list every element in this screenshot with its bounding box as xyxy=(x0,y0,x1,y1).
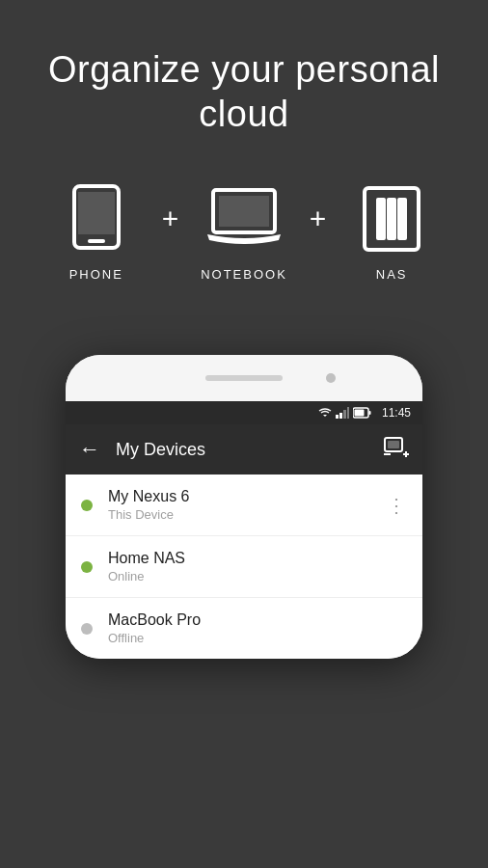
svg-rect-12 xyxy=(343,410,346,419)
nas-device-icon xyxy=(361,184,422,254)
plus-sign-1: + xyxy=(162,203,179,264)
device-status-macbook: Offline xyxy=(108,631,407,645)
signal-icon xyxy=(336,407,349,419)
device-info-nas: Home NAS Online xyxy=(108,550,407,583)
add-device-button[interactable] xyxy=(384,437,409,463)
device-info-macbook: MacBook Pro Offline xyxy=(108,611,407,645)
device-info-nexus6: My Nexus 6 This Device xyxy=(108,488,387,522)
device-status-nas: Online xyxy=(108,569,407,583)
app-bar: ← My Devices xyxy=(66,424,422,475)
device-list: My Nexus 6 This Device ⋮ Home NAS Online… xyxy=(66,475,422,659)
svg-rect-13 xyxy=(347,407,349,419)
phone-speaker xyxy=(205,375,283,381)
notebook-icon-item: NOTEBOOK xyxy=(186,184,302,282)
add-device-icon xyxy=(384,437,409,458)
device-item-nas[interactable]: Home NAS Online xyxy=(66,536,422,598)
svg-rect-15 xyxy=(368,411,370,415)
status-dot-nexus6 xyxy=(81,500,93,511)
wifi-icon xyxy=(318,407,332,419)
more-options-nexus6[interactable]: ⋮ xyxy=(387,496,407,515)
device-name-macbook: MacBook Pro xyxy=(108,611,407,629)
svg-rect-6 xyxy=(376,198,386,240)
phone-top-bar xyxy=(66,355,422,401)
nas-icon-item: NAS xyxy=(334,184,449,282)
device-status-nexus6: This Device xyxy=(108,507,387,522)
phone-icon-item: PHONE xyxy=(39,184,154,282)
device-item-nexus6[interactable]: My Nexus 6 This Device ⋮ xyxy=(66,475,422,536)
notebook-label: NOTEBOOK xyxy=(201,267,287,282)
status-dot-nas xyxy=(81,561,93,573)
svg-rect-10 xyxy=(336,415,339,419)
hero-section: Organize your personal cloud PHONE + NOT… xyxy=(0,0,488,326)
phone-mockup: 11:45 ← My Devices xyxy=(66,355,422,659)
svg-rect-4 xyxy=(219,196,269,227)
hero-title: Organize your personal cloud xyxy=(39,48,449,136)
svg-rect-16 xyxy=(354,410,364,417)
svg-rect-20 xyxy=(388,441,399,448)
app-bar-left: ← My Devices xyxy=(79,437,205,462)
svg-rect-11 xyxy=(339,413,342,419)
nas-label: NAS xyxy=(376,267,408,282)
app-bar-title: My Devices xyxy=(116,440,205,460)
phone-mockup-wrapper: 11:45 ← My Devices xyxy=(0,355,488,659)
device-item-macbook[interactable]: MacBook Pro Offline xyxy=(66,598,422,659)
device-name-nas: Home NAS xyxy=(108,550,407,567)
back-button[interactable]: ← xyxy=(79,437,100,462)
status-time: 11:45 xyxy=(382,406,411,420)
status-bar: 11:45 xyxy=(66,401,422,424)
phone-label: PHONE xyxy=(69,267,123,282)
phone-device-icon xyxy=(67,184,126,254)
device-name-nexus6: My Nexus 6 xyxy=(108,488,387,505)
svg-rect-7 xyxy=(387,198,396,240)
icons-row: PHONE + NOTEBOOK + NAS xyxy=(39,184,449,282)
status-bar-icons: 11:45 xyxy=(318,406,411,420)
svg-rect-2 xyxy=(78,192,115,234)
phone-camera xyxy=(326,373,336,383)
svg-marker-9 xyxy=(323,415,327,417)
battery-icon xyxy=(353,407,372,419)
notebook-device-icon xyxy=(205,184,283,254)
svg-rect-8 xyxy=(397,198,407,240)
plus-sign-2: + xyxy=(310,203,327,264)
status-dot-macbook xyxy=(81,623,93,635)
svg-rect-1 xyxy=(88,239,105,243)
